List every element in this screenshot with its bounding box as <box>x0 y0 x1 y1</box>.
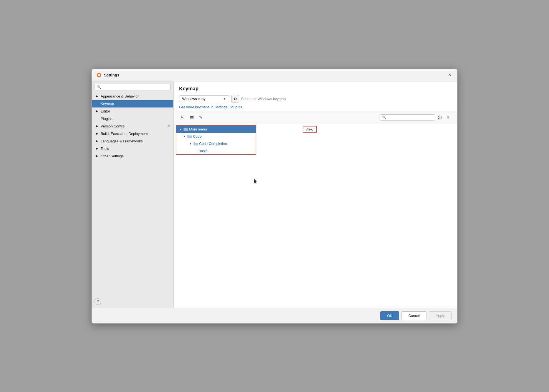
tree-toggle-icon: ▼ <box>179 127 182 131</box>
ok-button[interactable]: OK <box>380 311 399 320</box>
arrow-icon: ▶ <box>96 110 100 112</box>
svg-marker-19 <box>254 178 257 184</box>
sidebar-item-plugins[interactable]: Plugins <box>92 115 173 122</box>
tree-node-label: Code <box>193 134 202 139</box>
sidebar-item-label: Other Settings <box>101 154 170 158</box>
arrow-icon: ▶ <box>96 147 100 150</box>
tree-toggle-icon <box>195 149 199 153</box>
sidebar-item-label: Tools <box>101 147 170 151</box>
tree-search-input[interactable] <box>387 116 429 119</box>
dialog-title: Settings <box>104 73 446 77</box>
gear-button[interactable]: ⚙ <box>231 95 239 103</box>
main-content: Keymap Windows copy ▼ ⚙ Based on Windows… <box>174 81 457 308</box>
svg-rect-2 <box>181 116 183 116</box>
tree-row[interactable]: ▼ Code Completion <box>176 140 256 147</box>
search-box[interactable]: 🔍 <box>95 84 171 90</box>
sidebar: 🔍 ▶ Appearance & Behavior Keymap ▶ Edito… <box>92 81 174 308</box>
sidebar-item-label: Build, Execution, Deployment <box>101 132 170 136</box>
cancel-button[interactable]: Cancel <box>401 311 426 320</box>
settings-dialog: Settings ✕ 🔍 ▶ Appearance & Behavior Key… <box>92 69 458 324</box>
svg-rect-5 <box>181 118 182 118</box>
tree-toggle-icon: ▼ <box>189 142 192 146</box>
chevron-down-icon: ▼ <box>223 97 226 100</box>
find-next-button[interactable]: i <box>436 114 443 121</box>
tree-row[interactable]: ▼ Code <box>176 133 256 140</box>
tree-node-label: Code Completion <box>199 142 227 146</box>
svg-rect-16 <box>187 135 189 136</box>
svg-text:i: i <box>439 116 440 119</box>
sidebar-item-other-settings[interactable]: ▶ Other Settings <box>92 152 173 160</box>
arrow-icon: ▶ <box>96 140 100 142</box>
tree-row[interactable]: Basic <box>176 147 256 154</box>
edit-button[interactable]: ✎ <box>197 114 205 121</box>
collapse-all-button[interactable] <box>188 114 196 121</box>
apply-button[interactable]: Apply <box>429 311 452 320</box>
arrow-icon: ▶ <box>96 132 100 135</box>
toolbar: ✎ 🔍 i ✕ <box>174 112 457 123</box>
svg-rect-8 <box>190 116 194 117</box>
keymap-select[interactable]: Windows copy ▼ <box>179 95 229 102</box>
help-button[interactable]: ? <box>95 298 101 305</box>
sidebar-footer: ? <box>92 296 173 308</box>
based-on-text: Based on Windows keymap <box>241 97 286 101</box>
arrow-icon: ▶ <box>96 155 100 157</box>
search-input[interactable] <box>102 85 168 89</box>
sidebar-item-label: Plugins <box>101 117 170 121</box>
sidebar-item-keymap[interactable]: Keymap <box>92 100 173 107</box>
sidebar-item-label: Version Control <box>101 124 168 128</box>
shortcut-badge: Alt+/ <box>303 126 317 133</box>
expand-all-button[interactable] <box>179 114 187 121</box>
toolbar-search[interactable]: 🔍 <box>380 114 435 121</box>
sidebar-item-label: Keymap <box>101 102 170 106</box>
sidebar-item-label: Editor <box>101 109 170 113</box>
sidebar-item-build-execution[interactable]: ▶ Build, Execution, Deployment <box>92 130 173 137</box>
arrow-icon: ▶ <box>96 95 100 98</box>
svg-rect-3 <box>181 116 182 117</box>
svg-rect-7 <box>183 118 185 118</box>
arrow-icon: ▶ <box>96 125 100 127</box>
close-search-button[interactable]: ✕ <box>444 114 452 121</box>
search-icon: 🔍 <box>97 85 101 89</box>
title-bar: Settings ✕ <box>92 69 457 81</box>
copy-icon: ⧉ <box>168 124 170 128</box>
page-title: Keymap <box>179 86 452 92</box>
sidebar-item-label: Appearance & Behavior <box>101 94 170 98</box>
sidebar-group: ▶ Appearance & Behavior Keymap ▶ Editor … <box>92 93 173 160</box>
tree-node-label: Main menu <box>189 127 207 131</box>
keymap-row: Windows copy ▼ ⚙ Based on Windows keymap <box>179 95 452 103</box>
get-more-link[interactable]: Get more keymaps in Settings | Plugins <box>179 105 242 109</box>
folder-icon <box>184 127 188 132</box>
search-icon: 🔍 <box>382 116 386 119</box>
get-more-link-row: Get more keymaps in Settings | Plugins <box>179 105 452 109</box>
folder-icon <box>187 134 192 139</box>
tree-node-label: Basic <box>199 149 207 153</box>
sidebar-item-version-control[interactable]: ▶ Version Control ⧉ <box>92 122 173 130</box>
dialog-footer: OK Cancel Apply <box>92 308 457 323</box>
svg-rect-6 <box>183 116 185 116</box>
settings-icon <box>96 72 102 78</box>
svg-rect-10 <box>190 118 194 119</box>
sidebar-item-editor[interactable]: ▶ Editor <box>92 107 173 115</box>
tree-popup: ▼ Main menu Alt+/ ▼ <box>176 125 256 155</box>
tree-toggle-icon: ▼ <box>182 135 186 139</box>
svg-rect-9 <box>190 117 194 118</box>
tree-row[interactable]: ▼ Main menu Alt+/ <box>176 126 256 133</box>
sidebar-item-tools[interactable]: ▶ Tools <box>92 145 173 152</box>
svg-point-1 <box>98 74 100 76</box>
svg-rect-14 <box>184 128 185 129</box>
close-button[interactable]: ✕ <box>446 72 453 78</box>
sidebar-item-label: Languages & Frameworks <box>101 139 170 143</box>
main-header: Keymap Windows copy ▼ ⚙ Based on Windows… <box>174 81 457 112</box>
svg-rect-18 <box>194 142 195 143</box>
cursor-indicator <box>254 178 257 183</box>
sidebar-item-appearance[interactable]: ▶ Appearance & Behavior <box>92 93 173 100</box>
svg-rect-4 <box>181 117 183 118</box>
tree-area[interactable]: ▼ Main menu Alt+/ ▼ <box>174 123 457 308</box>
keymap-value: Windows copy <box>182 97 223 101</box>
sidebar-item-languages[interactable]: ▶ Languages & Frameworks <box>92 137 173 145</box>
dialog-body: 🔍 ▶ Appearance & Behavior Keymap ▶ Edito… <box>92 81 457 308</box>
folder-icon <box>194 142 198 146</box>
